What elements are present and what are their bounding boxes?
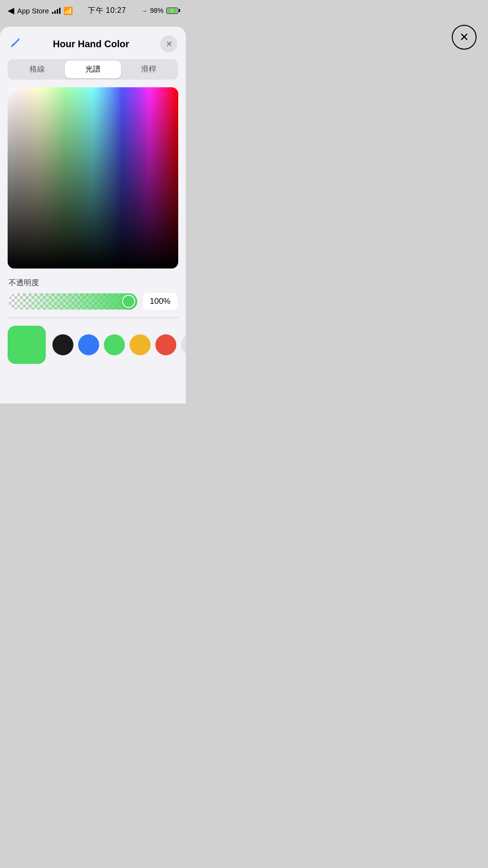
signal-bars-icon xyxy=(52,7,61,14)
status-right: → 98% ⚡ xyxy=(141,7,178,14)
opacity-row: 100% xyxy=(9,293,177,310)
svg-line-0 xyxy=(11,45,12,47)
tab-control: 格線 光譜 滑桿 xyxy=(8,59,178,80)
dialog-close-button[interactable]: ✕ xyxy=(160,35,177,52)
divider xyxy=(8,318,178,318)
tab-slider[interactable]: 滑桿 xyxy=(121,61,177,78)
status-left: ◀ App Store 📶 xyxy=(8,5,73,16)
battery-percent: 98% xyxy=(150,7,163,14)
back-arrow-icon[interactable]: ◀ xyxy=(8,5,14,16)
tab-grid[interactable]: 格線 xyxy=(9,61,65,78)
battery-icon: ⚡ xyxy=(166,8,178,14)
preset-swatches: + xyxy=(52,334,186,355)
tab-spectrum[interactable]: 光譜 xyxy=(65,61,121,78)
time-display: 下午 10:27 xyxy=(88,6,126,16)
location-icon: → xyxy=(141,7,147,14)
dialog-header: Hour Hand Color ✕ xyxy=(0,27,186,59)
eyedropper-icon[interactable] xyxy=(9,36,22,52)
opacity-value: 100% xyxy=(143,293,177,310)
swatches-section: + xyxy=(0,326,186,364)
opacity-thumb[interactable] xyxy=(122,295,135,308)
wifi-icon: 📶 xyxy=(63,6,73,15)
spectrum-canvas[interactable] xyxy=(8,87,178,269)
opacity-section: 不透明度 100% xyxy=(0,278,186,318)
selected-color-preview[interactable] xyxy=(8,326,46,364)
swatch-red[interactable] xyxy=(155,334,176,355)
swatch-black[interactable] xyxy=(52,334,73,355)
spectrum-canvas-container[interactable] xyxy=(8,87,178,269)
add-swatch-button[interactable]: + xyxy=(181,334,186,355)
carrier-label: App Store xyxy=(17,7,49,15)
swatch-yellow[interactable] xyxy=(130,334,151,355)
opacity-track xyxy=(9,293,137,310)
opacity-label: 不透明度 xyxy=(9,278,177,288)
swatch-blue[interactable] xyxy=(78,334,99,355)
dialog-title: Hour Hand Color xyxy=(22,39,160,50)
svg-point-1 xyxy=(13,43,15,45)
opacity-slider[interactable] xyxy=(9,293,137,310)
swatch-green[interactable] xyxy=(104,334,125,355)
color-picker-dialog: Hour Hand Color ✕ 格線 光譜 滑桿 不透明度 100% xyxy=(0,27,186,403)
dialog-close-icon: ✕ xyxy=(166,40,172,49)
status-bar: ◀ App Store 📶 下午 10:27 → 98% ⚡ xyxy=(0,0,186,21)
